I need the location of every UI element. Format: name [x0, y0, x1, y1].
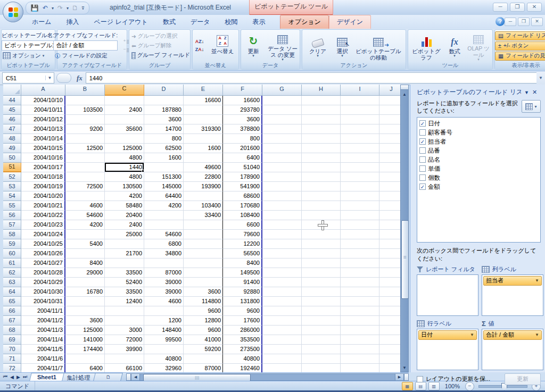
- grid-cell-G66[interactable]: [262, 306, 302, 316]
- grid-cell-E45[interactable]: [184, 105, 223, 115]
- grid-cell-I67[interactable]: [341, 316, 379, 326]
- field-checkbox[interactable]: [419, 156, 426, 163]
- ribbon-tab-オプション[interactable]: オプション: [280, 15, 328, 29]
- grid-cell-I60[interactable]: [341, 249, 379, 258]
- field-item-品番[interactable]: 品番: [419, 146, 538, 155]
- formula-input[interactable]: 1440: [86, 72, 536, 84]
- ribbon-tab-挿入[interactable]: 挿入: [59, 15, 87, 29]
- grid-cell-A66[interactable]: 2004/11/1: [21, 306, 65, 316]
- toggle-field-headers[interactable]: ▦フィールドの見出し: [495, 52, 545, 61]
- pivot-chart-button[interactable]: ピボットグラフ: [410, 31, 443, 61]
- restore-button[interactable]: ❐: [510, 3, 525, 12]
- scroll-right-icon[interactable]: ▶: [395, 373, 404, 381]
- pivot-name-value[interactable]: ピボットテーブル1: [2, 40, 55, 51]
- grid-cell-H66[interactable]: [302, 306, 341, 316]
- horizontal-scroll-track[interactable]: ||||: [140, 373, 395, 381]
- grid-cell-G44[interactable]: [262, 96, 302, 105]
- pivot-options-button[interactable]: オプション ▾: [2, 52, 55, 60]
- grid-cell-F62[interactable]: 149500: [223, 268, 262, 278]
- sheet-nav-buttons[interactable]: ⏮ ◀ ▶ ⏭: [0, 373, 30, 381]
- grid-cell-F49[interactable]: 201600: [223, 144, 262, 153]
- grid-cell-F52[interactable]: 178900: [223, 172, 262, 182]
- grid-cell-E66[interactable]: 9600: [184, 306, 223, 316]
- pill-dropdown-icon[interactable]: ▼: [535, 332, 539, 337]
- name-box[interactable]: C51 ▼: [2, 72, 54, 84]
- grid-cell-I63[interactable]: [341, 278, 379, 287]
- ribbon-tab-ページ レイアウト[interactable]: ページ レイアウト: [87, 15, 155, 29]
- ribbon-tab-デザイン[interactable]: デザイン: [329, 15, 371, 29]
- grid-cell-E49[interactable]: 1600: [184, 144, 223, 153]
- row-header-57[interactable]: 57: [3, 220, 21, 230]
- grid-cell-A70[interactable]: 2004/11/5: [21, 345, 65, 354]
- grid-cell-G68[interactable]: [262, 326, 302, 335]
- field-checkbox[interactable]: [419, 165, 426, 172]
- row-header-65[interactable]: 65: [3, 297, 21, 306]
- grid-cell-B71[interactable]: [65, 354, 105, 364]
- column-labels-zone[interactable]: 担当者▼: [482, 274, 543, 316]
- grid-cell-G70[interactable]: [262, 345, 302, 354]
- grid-cell-A52[interactable]: 2004/10/18: [21, 172, 65, 182]
- grid-cell-I48[interactable]: [341, 134, 379, 144]
- grid-cell-E60[interactable]: [184, 249, 223, 258]
- grid-cell-H64[interactable]: [302, 287, 341, 297]
- grid-cell-F51[interactable]: 51040: [223, 163, 262, 172]
- grid-cell-F69[interactable]: 353500: [223, 335, 262, 345]
- grid-cell-B64[interactable]: 16780: [65, 287, 105, 297]
- row-header-63[interactable]: 63: [3, 278, 21, 287]
- grid-cell-A60[interactable]: 2004/10/26: [21, 249, 65, 258]
- field-item-担当者[interactable]: ✓担当者: [419, 137, 538, 146]
- grid-cell-J56[interactable]: [379, 211, 400, 220]
- grid-cell-D68[interactable]: 148400: [144, 326, 184, 335]
- grid-cell-I51[interactable]: [341, 163, 379, 172]
- grid-cell-E65[interactable]: 114800: [184, 297, 223, 306]
- grid-cell-C62[interactable]: 33500: [105, 268, 144, 278]
- formula-bar-expand-icon[interactable]: ▼: [536, 76, 545, 80]
- grid-cell-C53[interactable]: 130500: [105, 182, 144, 191]
- move-pivottable-button[interactable]: ➜ ピボットテーブル の移動: [355, 31, 402, 61]
- grid-cell-J54[interactable]: [379, 191, 400, 201]
- grid-cell-I56[interactable]: [341, 211, 379, 220]
- grid-cell-D72[interactable]: 32960: [144, 364, 184, 372]
- grid-cell-H59[interactable]: [302, 239, 341, 249]
- office-button[interactable]: [3, 2, 23, 22]
- grid-cell-E52[interactable]: 22800: [184, 172, 223, 182]
- grid-cell-I50[interactable]: [341, 153, 379, 163]
- grid-cell-C49[interactable]: 125000: [105, 144, 144, 153]
- pill-dropdown-icon[interactable]: ▼: [535, 278, 539, 283]
- grid-cell-F65[interactable]: 131800: [223, 297, 262, 306]
- grid-cell-C59[interactable]: [105, 239, 144, 249]
- next-sheet-icon[interactable]: ▶: [16, 374, 20, 380]
- qat-customize-icon[interactable]: ⊽: [81, 6, 85, 11]
- ribbon-tab-ホーム[interactable]: ホーム: [24, 15, 59, 29]
- grid-cell-B61[interactable]: 8400: [65, 258, 105, 268]
- column-header-E[interactable]: E: [184, 85, 223, 96]
- grid-cell-C51[interactable]: 1440: [105, 163, 144, 172]
- grid-cell-B47[interactable]: 9200: [65, 124, 105, 134]
- grid-cell-F44[interactable]: 16600: [223, 96, 262, 105]
- ribbon-tab-校閲[interactable]: 校閲: [217, 15, 245, 29]
- field-item-個数[interactable]: 個数: [419, 173, 538, 182]
- grid-cell-B53[interactable]: 72500: [65, 182, 105, 191]
- pane-split-handle[interactable]: [404, 373, 409, 381]
- grid-cell-I71[interactable]: [341, 354, 379, 364]
- grid-cell-J70[interactable]: [379, 345, 400, 354]
- horizontal-scrollbar[interactable]: ◀ |||| ▶: [126, 373, 409, 381]
- grid-cell-J72[interactable]: [379, 364, 400, 372]
- grid-cell-G58[interactable]: [262, 230, 302, 239]
- grid-cell-B63[interactable]: [65, 278, 105, 287]
- grid-cell-E44[interactable]: 16600: [184, 96, 223, 105]
- grid-cell-C52[interactable]: 4800: [105, 172, 144, 182]
- row-header-72[interactable]: 72: [3, 364, 21, 372]
- grid-cell-I53[interactable]: [341, 182, 379, 191]
- grid-cell-A48[interactable]: 2004/10/14: [21, 134, 65, 144]
- grid-cell-F66[interactable]: 9600: [223, 306, 262, 316]
- grid-cell-C72[interactable]: 66100: [105, 364, 144, 372]
- grid-cell-J52[interactable]: [379, 172, 400, 182]
- grid-cell-A65[interactable]: 2004/10/31: [21, 297, 65, 306]
- grid-cell-F67[interactable]: 17600: [223, 316, 262, 326]
- grid-cell-J61[interactable]: [379, 258, 400, 268]
- row-header-47[interactable]: 47: [3, 124, 21, 134]
- row-header-67[interactable]: 67: [3, 316, 21, 326]
- grid-cell-D49[interactable]: 62500: [144, 144, 184, 153]
- row-header-62[interactable]: 62: [3, 268, 21, 278]
